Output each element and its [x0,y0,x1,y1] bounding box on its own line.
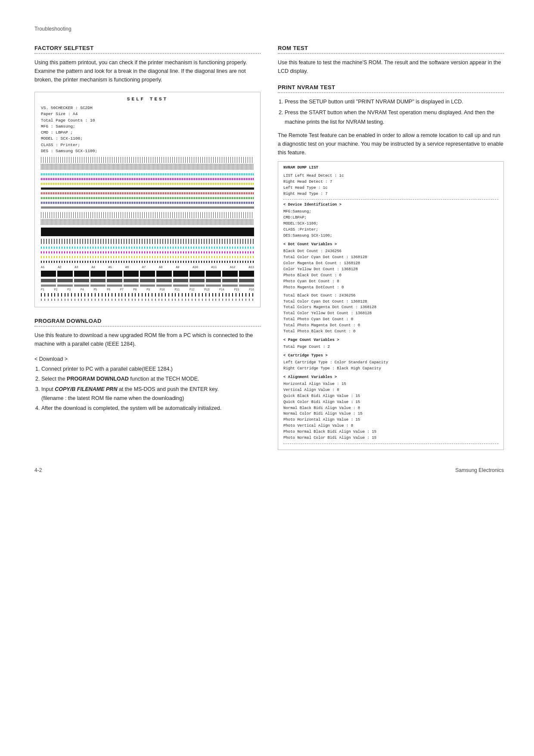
download-steps-list: Connect printer to PC with a parallel ca… [41,365,261,413]
nvram-dump-box: NVRAM DUMP LIST LIST Left Head Detect : … [278,161,504,450]
test-pattern-tick1 [41,157,254,170]
dashed-blocks [41,293,254,301]
rom-test-body: Use this feature to test the machine'S R… [278,58,504,75]
factory-selftest-section: FACTORY SELFTEST Using this pattern prin… [34,45,261,307]
nozzle-labels-a: A1A2A3A4A5A6A7A8A9A10A11A12A13 [41,266,254,269]
black-blocks [41,271,254,287]
nvram-device-id: < Device Identification > MFG:Samsung; C… [283,202,498,239]
nvram-step-1: Press the SETUP button until "PRINT NVRA… [285,97,504,106]
test-pattern-tick2 [41,212,254,225]
factory-selftest-body: Using this pattern printout, you can che… [34,58,261,84]
nvram-alignment: < Alignment Variables > Horizontal Align… [283,375,498,441]
nozzle-labels-p: P1P2P3P4P5P6P7P8P9P10P11P12P13P14P15P16 [41,288,254,291]
footer-page-num: 4-2 [34,467,42,473]
nvram-steps-list: Press the SETUP button until "PRINT NVRA… [285,97,504,127]
program-download-section: PROGRAM DOWNLOAD Use this feature to dow… [34,318,261,413]
nvram-head-detect: LIST Left Head Detect : 1c Right Head De… [283,173,498,197]
print-nvram-title: PRINT NVRAM TEST [278,84,504,93]
program-download-body: Use this feature to download a new upgra… [34,331,261,348]
test-thick-black [41,228,254,236]
color-bars-2 [41,238,254,264]
remote-test-para: The Remote Test feature can be enabled i… [278,131,504,157]
program-download-title: PROGRAM DOWNLOAD [34,318,261,327]
self-test-info: VS. 50CHECKER : SC2DH Paper Size : A4 To… [41,105,254,154]
nvram-page-count: < Page Count Variables > Total Page Coun… [283,337,498,350]
nvram-title: NVRAM DUMP LIST [283,165,498,171]
breadcrumb: Troubleshooting [34,26,504,32]
print-nvram-section: PRINT NVRAM TEST Press the SETUP button … [278,84,504,450]
download-step-3: Input COPY/B FILENAME PRN at the MS-DOS … [41,385,261,403]
download-step-1: Connect printer to PC with a parallel ca… [41,365,261,374]
color-bars [41,172,254,209]
rom-test-title: ROM TEST [278,45,504,54]
self-test-box: SELF TEST VS. 50CHECKER : SC2DH Paper Si… [34,92,261,307]
download-step-2: Select the PROGRAM DOWNLOAD function at … [41,375,261,384]
rom-test-section: ROM TEST Use this feature to test the ma… [278,45,504,75]
download-step-4: After the download is completed, the sys… [41,404,261,413]
download-tag: < Download > [34,356,261,362]
self-test-title: SELF TEST [41,97,254,102]
factory-selftest-title: FACTORY SELFTEST [34,45,261,54]
footer: 4-2 Samsung Electronics [34,467,504,473]
nvram-dot-count: < Dot Count Variables > Black Dot Count … [283,242,498,291]
footer-company: Samsung Electronics [455,467,504,473]
nvram-total-dot-count: Total Black Dot Count : 2436256 Total Co… [283,293,498,335]
nvram-cartridge-types: < Cartridge Types > Left Cartridge Type … [283,353,498,372]
nvram-step-2: Press the START button when the NVRAM Te… [285,108,504,127]
